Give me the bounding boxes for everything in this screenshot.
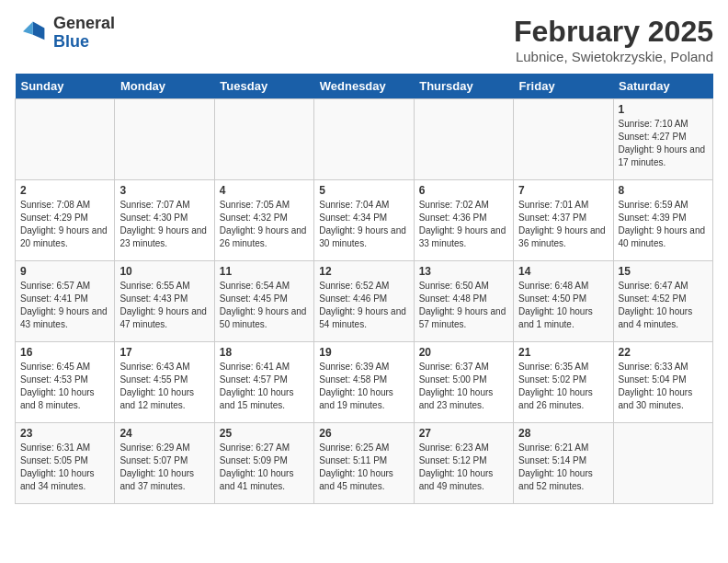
calendar-cell: 14Sunrise: 6:48 AM Sunset: 4:50 PM Dayli… — [514, 261, 613, 342]
calendar-cell — [214, 99, 313, 180]
day-number: 2 — [20, 184, 109, 197]
calendar-cell: 6Sunrise: 7:02 AM Sunset: 4:36 PM Daylig… — [414, 180, 513, 261]
day-info: Sunrise: 6:35 AM Sunset: 5:02 PM Dayligh… — [518, 361, 608, 412]
title-block: February 2025 Lubnice, Swietokrzyskie, P… — [514, 15, 713, 64]
day-info: Sunrise: 6:41 AM Sunset: 4:57 PM Dayligh… — [220, 361, 309, 412]
calendar-cell: 11Sunrise: 6:54 AM Sunset: 4:45 PM Dayli… — [214, 261, 313, 342]
calendar-cell: 13Sunrise: 6:50 AM Sunset: 4:48 PM Dayli… — [414, 261, 513, 342]
weekday-header-thursday: Thursday — [414, 74, 513, 99]
day-number: 23 — [20, 427, 109, 440]
calendar-week-row: 23Sunrise: 6:31 AM Sunset: 5:05 PM Dayli… — [16, 423, 713, 504]
day-info: Sunrise: 6:59 AM Sunset: 4:39 PM Dayligh… — [619, 199, 708, 250]
day-number: 24 — [119, 427, 209, 440]
day-info: Sunrise: 7:10 AM Sunset: 4:27 PM Dayligh… — [619, 118, 708, 169]
calendar-cell: 22Sunrise: 6:33 AM Sunset: 5:04 PM Dayli… — [613, 342, 712, 423]
calendar-subtitle: Lubnice, Swietokrzyskie, Poland — [514, 49, 713, 64]
day-info: Sunrise: 6:57 AM Sunset: 4:41 PM Dayligh… — [20, 280, 109, 331]
calendar-cell: 4Sunrise: 7:05 AM Sunset: 4:32 PM Daylig… — [214, 180, 313, 261]
weekday-header-row: SundayMondayTuesdayWednesdayThursdayFrid… — [16, 74, 713, 99]
day-info: Sunrise: 7:05 AM Sunset: 4:32 PM Dayligh… — [220, 199, 309, 250]
calendar-cell: 10Sunrise: 6:55 AM Sunset: 4:43 PM Dayli… — [115, 261, 214, 342]
calendar-cell: 21Sunrise: 6:35 AM Sunset: 5:02 PM Dayli… — [514, 342, 613, 423]
calendar-cell: 9Sunrise: 6:57 AM Sunset: 4:41 PM Daylig… — [16, 261, 115, 342]
day-info: Sunrise: 6:43 AM Sunset: 4:55 PM Dayligh… — [119, 361, 209, 412]
day-number: 9 — [20, 265, 109, 278]
day-info: Sunrise: 6:54 AM Sunset: 4:45 PM Dayligh… — [220, 280, 309, 331]
day-info: Sunrise: 6:21 AM Sunset: 5:14 PM Dayligh… — [518, 442, 608, 493]
calendar-cell — [414, 99, 513, 180]
day-info: Sunrise: 6:45 AM Sunset: 4:53 PM Dayligh… — [20, 361, 109, 412]
calendar-week-row: 1Sunrise: 7:10 AM Sunset: 4:27 PM Daylig… — [16, 99, 713, 180]
day-number: 18 — [220, 346, 309, 359]
day-info: Sunrise: 6:52 AM Sunset: 4:46 PM Dayligh… — [319, 280, 408, 331]
day-info: Sunrise: 6:25 AM Sunset: 5:11 PM Dayligh… — [319, 442, 408, 493]
calendar-cell: 19Sunrise: 6:39 AM Sunset: 4:58 PM Dayli… — [314, 342, 414, 423]
calendar-cell — [16, 99, 115, 180]
day-number: 22 — [619, 346, 708, 359]
day-number: 26 — [319, 427, 408, 440]
day-info: Sunrise: 6:29 AM Sunset: 5:07 PM Dayligh… — [119, 442, 209, 493]
calendar-cell: 7Sunrise: 7:01 AM Sunset: 4:37 PM Daylig… — [514, 180, 613, 261]
logo-text: General Blue — [53, 15, 115, 52]
day-info: Sunrise: 7:02 AM Sunset: 4:36 PM Dayligh… — [419, 199, 508, 250]
calendar-cell: 8Sunrise: 6:59 AM Sunset: 4:39 PM Daylig… — [613, 180, 712, 261]
calendar-cell — [514, 99, 613, 180]
calendar-cell: 16Sunrise: 6:45 AM Sunset: 4:53 PM Dayli… — [16, 342, 115, 423]
day-info: Sunrise: 7:04 AM Sunset: 4:34 PM Dayligh… — [319, 199, 408, 250]
calendar-cell: 24Sunrise: 6:29 AM Sunset: 5:07 PM Dayli… — [115, 423, 214, 504]
day-number: 12 — [319, 265, 408, 278]
day-number: 21 — [518, 346, 608, 359]
day-number: 20 — [419, 346, 508, 359]
calendar-cell: 17Sunrise: 6:43 AM Sunset: 4:55 PM Dayli… — [115, 342, 214, 423]
calendar-cell: 2Sunrise: 7:08 AM Sunset: 4:29 PM Daylig… — [16, 180, 115, 261]
calendar-cell: 23Sunrise: 6:31 AM Sunset: 5:05 PM Dayli… — [16, 423, 115, 504]
weekday-header-saturday: Saturday — [613, 74, 712, 99]
calendar-cell: 1Sunrise: 7:10 AM Sunset: 4:27 PM Daylig… — [613, 99, 712, 180]
day-info: Sunrise: 6:37 AM Sunset: 5:00 PM Dayligh… — [419, 361, 508, 412]
day-number: 5 — [319, 184, 408, 197]
page-header: General Blue February 2025 Lubnice, Swie… — [15, 15, 713, 64]
day-number: 28 — [518, 427, 608, 440]
calendar-week-row: 16Sunrise: 6:45 AM Sunset: 4:53 PM Dayli… — [16, 342, 713, 423]
calendar-title: February 2025 — [514, 15, 713, 49]
day-number: 25 — [220, 427, 309, 440]
day-number: 16 — [20, 346, 109, 359]
day-number: 8 — [619, 184, 708, 197]
day-number: 6 — [419, 184, 508, 197]
calendar-cell — [115, 99, 214, 180]
weekday-header-wednesday: Wednesday — [314, 74, 414, 99]
day-number: 7 — [518, 184, 608, 197]
day-info: Sunrise: 7:07 AM Sunset: 4:30 PM Dayligh… — [119, 199, 209, 250]
day-info: Sunrise: 6:47 AM Sunset: 4:52 PM Dayligh… — [619, 280, 708, 331]
day-number: 19 — [319, 346, 408, 359]
day-info: Sunrise: 6:39 AM Sunset: 4:58 PM Dayligh… — [319, 361, 408, 412]
calendar-table: SundayMondayTuesdayWednesdayThursdayFrid… — [15, 74, 713, 504]
day-number: 11 — [220, 265, 309, 278]
day-info: Sunrise: 6:23 AM Sunset: 5:12 PM Dayligh… — [419, 442, 508, 493]
day-info: Sunrise: 7:01 AM Sunset: 4:37 PM Dayligh… — [518, 199, 608, 250]
calendar-cell — [314, 99, 414, 180]
calendar-cell: 26Sunrise: 6:25 AM Sunset: 5:11 PM Dayli… — [314, 423, 414, 504]
weekday-header-monday: Monday — [115, 74, 214, 99]
logo: General Blue — [15, 15, 115, 52]
day-number: 10 — [119, 265, 209, 278]
day-info: Sunrise: 6:27 AM Sunset: 5:09 PM Dayligh… — [220, 442, 309, 493]
calendar-cell: 12Sunrise: 6:52 AM Sunset: 4:46 PM Dayli… — [314, 261, 414, 342]
day-number: 3 — [119, 184, 209, 197]
calendar-cell: 3Sunrise: 7:07 AM Sunset: 4:30 PM Daylig… — [115, 180, 214, 261]
calendar-cell: 28Sunrise: 6:21 AM Sunset: 5:14 PM Dayli… — [514, 423, 613, 504]
weekday-header-sunday: Sunday — [16, 74, 115, 99]
calendar-cell: 20Sunrise: 6:37 AM Sunset: 5:00 PM Dayli… — [414, 342, 513, 423]
day-number: 14 — [518, 265, 608, 278]
calendar-cell: 18Sunrise: 6:41 AM Sunset: 4:57 PM Dayli… — [214, 342, 313, 423]
calendar-cell: 27Sunrise: 6:23 AM Sunset: 5:12 PM Dayli… — [414, 423, 513, 504]
logo-icon — [15, 17, 48, 50]
day-info: Sunrise: 6:33 AM Sunset: 5:04 PM Dayligh… — [619, 361, 708, 412]
day-info: Sunrise: 6:31 AM Sunset: 5:05 PM Dayligh… — [20, 442, 109, 493]
weekday-header-friday: Friday — [514, 74, 613, 99]
weekday-header-tuesday: Tuesday — [214, 74, 313, 99]
calendar-cell: 5Sunrise: 7:04 AM Sunset: 4:34 PM Daylig… — [314, 180, 414, 261]
day-info: Sunrise: 6:48 AM Sunset: 4:50 PM Dayligh… — [518, 280, 608, 331]
day-number: 17 — [119, 346, 209, 359]
day-info: Sunrise: 6:50 AM Sunset: 4:48 PM Dayligh… — [419, 280, 508, 331]
